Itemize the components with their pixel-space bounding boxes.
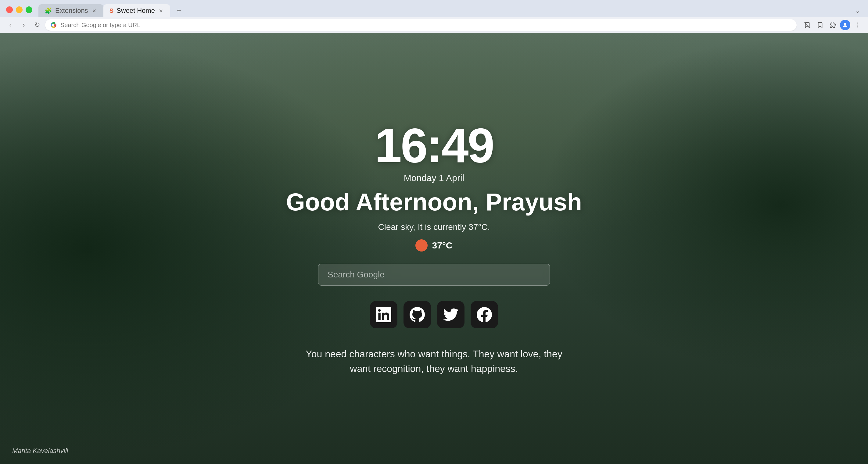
toolbar-icons xyxy=(802,19,863,31)
twitter-button[interactable] xyxy=(437,301,465,328)
clock-display: 16:49 xyxy=(374,121,493,170)
close-button[interactable] xyxy=(6,6,13,13)
tab-list-button[interactable]: ⌄ xyxy=(852,5,863,16)
google-logo-icon xyxy=(50,21,57,29)
temperature-value: 37°C xyxy=(432,240,452,251)
tab-bar: 🧩 Extensions ✕ S Sweet Home ✕ + ⌄ xyxy=(0,0,868,17)
search-bar[interactable] xyxy=(318,264,550,286)
attribution-text: Marita Kavelashvili xyxy=(12,447,68,455)
extensions-icon[interactable] xyxy=(827,19,839,31)
quote-text: You need characters who want things. The… xyxy=(297,346,571,376)
tab-right-controls: ⌄ xyxy=(852,5,868,16)
weather-description: Clear sky, It is currently 37°C. xyxy=(378,222,490,232)
sweet-home-tab-close[interactable]: ✕ xyxy=(158,8,164,14)
github-button[interactable] xyxy=(403,301,431,328)
sweet-home-tab-label: Sweet Home xyxy=(117,7,155,14)
extensions-tab-icon: 🧩 xyxy=(44,7,52,14)
new-tab-button[interactable]: + xyxy=(173,4,185,17)
url-input[interactable] xyxy=(60,22,792,29)
reload-button[interactable]: ↻ xyxy=(32,20,43,31)
minimize-button[interactable] xyxy=(16,6,23,13)
menu-icon[interactable] xyxy=(851,19,863,31)
page-content: 16:49 Monday 1 April Good Afternoon, Pra… xyxy=(0,33,868,464)
svg-point-4 xyxy=(857,27,858,27)
tab-extensions[interactable]: 🧩 Extensions ✕ xyxy=(38,4,103,17)
search-input[interactable] xyxy=(328,270,540,279)
date-display: Monday 1 April xyxy=(404,173,464,183)
svg-point-3 xyxy=(857,25,858,26)
maximize-button[interactable] xyxy=(26,6,32,13)
temperature-dot xyxy=(415,239,428,252)
sweet-home-tab-icon: S xyxy=(110,7,114,14)
back-button[interactable]: ‹ xyxy=(5,20,16,31)
browser-chrome: 🧩 Extensions ✕ S Sweet Home ✕ + ⌄ ‹ › ↻ xyxy=(0,0,868,33)
tab-sweet-home[interactable]: S Sweet Home ✕ xyxy=(103,4,170,17)
address-bar-row: ‹ › ↻ xyxy=(0,17,868,33)
bookmark-slash-icon[interactable] xyxy=(802,19,813,31)
main-content: 16:49 Monday 1 April Good Afternoon, Pra… xyxy=(0,33,868,464)
svg-point-1 xyxy=(844,23,846,25)
bookmark-icon[interactable] xyxy=(814,19,826,31)
extensions-tab-close[interactable]: ✕ xyxy=(91,8,97,14)
traffic-lights xyxy=(0,6,38,13)
social-icons-row xyxy=(370,301,498,328)
extensions-tab-label: Extensions xyxy=(55,7,88,14)
address-bar[interactable] xyxy=(45,19,797,31)
svg-point-2 xyxy=(857,23,858,24)
forward-button[interactable]: › xyxy=(18,20,29,31)
tabs-row: 🧩 Extensions ✕ S Sweet Home ✕ + ⌄ xyxy=(38,4,868,17)
linkedin-button[interactable] xyxy=(370,301,397,328)
facebook-button[interactable] xyxy=(471,301,498,328)
profile-icon[interactable] xyxy=(840,20,850,30)
greeting-text: Good Afternoon, Prayush xyxy=(286,188,582,216)
temperature-badge: 37°C xyxy=(415,239,452,252)
